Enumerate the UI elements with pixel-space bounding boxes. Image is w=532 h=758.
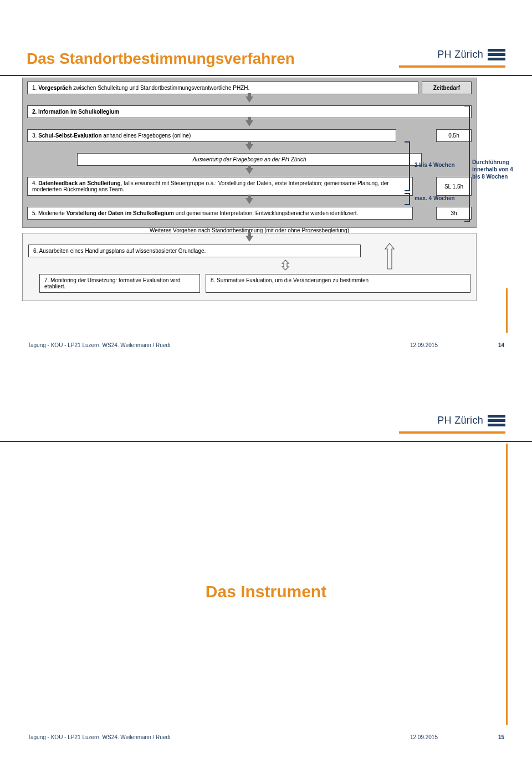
step-1: 1. Vorgespräch zwischen Schulleitung und…: [27, 82, 418, 94]
step-3: 3. Schul-Selbst-Evaluation anhand eines …: [27, 129, 396, 142]
step-4: 4. Datenfeedback an Schulleitung, falls …: [27, 177, 413, 196]
logo-text: PH Zürich: [437, 415, 483, 426]
step-5: 5. Moderierte Vorstellung der Daten im S…: [27, 207, 413, 220]
top-divider: [0, 75, 532, 76]
slide-title: Das Standortbestimmungsverfahren: [27, 50, 295, 68]
slide-15: PH Zürich Das Instrument Tagung - KOU - …: [0, 366, 532, 758]
slide-footer: Tagung - KOU - LP21 Luzern. WS24. Weilen…: [28, 342, 504, 348]
logo-underline: [399, 431, 505, 434]
bracket-2-label: max. 4 Wochen: [415, 195, 455, 201]
slide-14: Das Standortbestimmungsverfahren PH Züri…: [0, 0, 532, 366]
slide-title: Das Instrument: [0, 582, 532, 601]
bracket-outer-label: Durchführung innerhalb von 4 bis 8 Woche…: [472, 159, 516, 180]
up-arrow-icon: [383, 242, 396, 270]
top-divider: [0, 441, 532, 442]
arrow-down-icon: [245, 120, 253, 126]
logo-stripes-icon: [488, 415, 505, 426]
footer-page: 14: [488, 342, 504, 348]
bracket-outer: [466, 105, 470, 222]
ph-logo: PH Zürich: [437, 49, 505, 60]
footer-page: 15: [488, 734, 504, 740]
footer-left: Tagung - KOU - LP21 Luzern. WS24. Weilen…: [28, 342, 170, 348]
bracket-1-label: 2 bis 4 Wochen: [415, 162, 455, 168]
bracket-2: [406, 193, 410, 205]
footer-date: 12.09.2015: [410, 734, 438, 740]
time-header: Zeitbedarf: [422, 82, 472, 94]
bidir-arrow-icon: [280, 260, 291, 271]
arrow-down-icon: [245, 236, 253, 242]
bracket-1: [406, 141, 410, 191]
ph-logo: PH Zürich: [437, 415, 505, 426]
footer-date: 12.09.2015: [410, 342, 438, 348]
arrow-down-icon: [245, 198, 253, 204]
logo-underline: [399, 65, 505, 68]
footer-left: Tagung - KOU - LP21 Luzern. WS24. Weilen…: [28, 734, 170, 740]
logo-text: PH Zürich: [437, 49, 483, 60]
arrow-down-icon: [245, 96, 253, 103]
right-border: [506, 288, 508, 333]
step-8: 8. Summative Evaluation, um die Veränder…: [206, 274, 470, 293]
step-7: 7. Monitoring der Umsetzung: formative E…: [39, 274, 200, 293]
arrow-down-icon: [245, 144, 253, 150]
step-2: 2. Information im Schulkollegium: [27, 105, 472, 118]
auswertung-box: Auswertung der Fragebogen an der PH Züri…: [77, 153, 422, 166]
step-6: 6. Ausarbeiten eines Handlungsplans auf …: [28, 245, 361, 257]
arrow-down-icon: [245, 168, 253, 174]
logo-stripes-icon: [488, 49, 505, 60]
slide-footer: Tagung - KOU - LP21 Luzern. WS24. Weilen…: [28, 734, 504, 740]
process-phase-2: 6. Ausarbeiten eines Handlungsplans auf …: [22, 233, 477, 301]
